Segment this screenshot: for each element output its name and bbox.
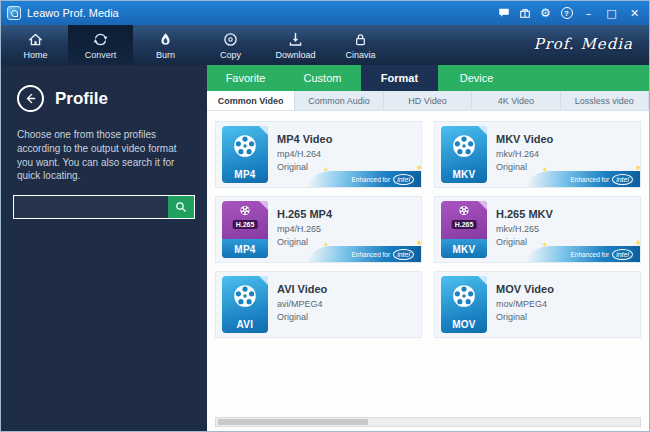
sparkle-icon: ✦ (634, 164, 641, 173)
download-icon (287, 31, 304, 48)
file-icon-label: MKV (441, 169, 487, 180)
codec-label: H.265 (452, 220, 477, 229)
toolbar-item-convert[interactable]: Convert (68, 25, 133, 65)
sparkle-icon: ✦ (634, 239, 641, 248)
feedback-icon[interactable] (494, 4, 513, 22)
profile-card-mp4[interactable]: MP4 MP4 Video mp4/H.264 Original ✦ ✦ Enh… (215, 121, 422, 188)
profile-card-h265-mkv[interactable]: H.265 MKV H.265 MKV mkv/H.265 Original ✦… (434, 196, 641, 263)
burn-flame-icon (157, 31, 174, 48)
tab-format[interactable]: Format (361, 65, 438, 91)
profile-info: MOV Video mov/MPEG4 Original (487, 276, 554, 333)
intel-logo: intel (612, 174, 633, 185)
video-file-icon: AVI (222, 276, 268, 333)
profile-card-avi[interactable]: AVI AVI Video avi/MPEG4 Original (215, 271, 422, 338)
film-reel-icon (459, 205, 470, 216)
intel-enhanced-badge: ✦ ✦ Enhanced for intel (309, 171, 421, 187)
toolbar-item-burn[interactable]: Burn (133, 25, 198, 65)
subtab-hd-video[interactable]: HD Video (384, 91, 472, 110)
intel-logo: intel (612, 249, 633, 260)
profile-title: H.265 MP4 (277, 208, 332, 220)
sparkle-icon: ✦ (542, 242, 548, 249)
file-icon-label: MKV (441, 244, 487, 255)
toolbar-item-home[interactable]: Home (3, 25, 68, 65)
toolbar-item-copy[interactable]: Copy (198, 25, 263, 65)
subtab-4k-video[interactable]: 4K Video (472, 91, 560, 110)
sparkle-icon: ✦ (415, 239, 422, 248)
profile-quality: Original (496, 312, 554, 322)
toolbar-item-label: Download (275, 50, 315, 60)
toolbar-item-cinavia[interactable]: Cinavia (328, 25, 393, 65)
help-icon[interactable]: ? (557, 4, 576, 22)
maximize-button[interactable]: □ (601, 4, 622, 22)
search-button[interactable] (168, 196, 194, 218)
cinavia-lock-icon (352, 31, 369, 48)
intel-badge-text: Enhanced for (351, 176, 390, 183)
profile-sidebar: Profile Choose one from those profiles a… (1, 65, 207, 431)
content-area: Profile Choose one from those profiles a… (1, 65, 649, 431)
search-input[interactable] (14, 196, 168, 218)
video-file-icon: MOV (441, 276, 487, 333)
file-icon-label: MP4 (222, 244, 268, 255)
intel-enhanced-badge: ✦ ✦ Enhanced for intel (528, 246, 640, 262)
intel-logo: intel (393, 174, 414, 185)
back-button[interactable] (17, 85, 44, 112)
window-title: Leawo Prof. Media (27, 7, 119, 19)
intel-enhanced-badge: ✦ ✦ Enhanced for intel (528, 171, 640, 187)
film-reel-icon (451, 133, 477, 159)
minimize-button[interactable]: – (578, 4, 599, 22)
profile-format: mkv/H.264 (496, 149, 553, 159)
profile-panel: Favorite Custom Format Device Common Vid… (207, 65, 649, 431)
copy-disc-icon (222, 31, 239, 48)
gift-icon[interactable] (515, 4, 534, 22)
film-reel-icon (240, 205, 251, 216)
profile-title: H.265 MKV (496, 208, 553, 220)
profile-card-h265-mp4[interactable]: H.265 MP4 H.265 MP4 mp4/H.265 Original ✦… (215, 196, 422, 263)
profile-description: Choose one from those profiles according… (17, 128, 189, 183)
profile-title: AVI Video (277, 283, 327, 295)
titlebar: Leawo Prof. Media ⚙ ? – □ ✕ (1, 1, 649, 25)
sparkle-icon: ✦ (323, 242, 329, 249)
subtab-common-audio[interactable]: Common Audio (295, 91, 383, 110)
convert-sync-icon (92, 31, 109, 48)
profile-title: MP4 Video (277, 133, 332, 145)
profile-search (13, 195, 195, 219)
category-tabbar: Favorite Custom Format Device (207, 65, 649, 91)
toolbar-item-label: Burn (156, 50, 175, 60)
tab-device[interactable]: Device (438, 65, 515, 91)
codec-label: H.265 (233, 220, 258, 229)
tab-favorite[interactable]: Favorite (207, 65, 284, 91)
intel-badge-text: Enhanced for (570, 251, 609, 258)
profile-format: mp4/H.265 (277, 224, 332, 234)
profile-title: MKV Video (496, 133, 553, 145)
app-logo-icon (7, 6, 21, 20)
app-window: Leawo Prof. Media ⚙ ? – □ ✕ Home (0, 0, 650, 432)
subtab-lossless-video[interactable]: Lossless video (561, 91, 649, 110)
toolbar-item-download[interactable]: Download (263, 25, 328, 65)
settings-gear-icon[interactable]: ⚙ (536, 4, 555, 22)
film-reel-icon (451, 283, 477, 309)
subtab-common-video[interactable]: Common Video (207, 91, 295, 110)
toolbar-item-label: Copy (220, 50, 241, 60)
back-arrow-icon (23, 91, 38, 106)
profile-format: avi/MPEG4 (277, 299, 327, 309)
close-button[interactable]: ✕ (624, 4, 645, 22)
scrollbar-thumb[interactable] (218, 419, 368, 425)
sparkle-icon: ✦ (323, 167, 329, 174)
tab-custom[interactable]: Custom (284, 65, 361, 91)
horizontal-scrollbar[interactable] (215, 417, 641, 427)
profile-format: mkv/H.265 (496, 224, 553, 234)
toolbar-item-label: Cinavia (345, 50, 375, 60)
profile-card-mkv[interactable]: MKV MKV Video mkv/H.264 Original ✦ ✦ Enh… (434, 121, 641, 188)
profile-format: mp4/H.264 (277, 149, 332, 159)
intel-badge-text: Enhanced for (570, 176, 609, 183)
file-icon-label: MOV (441, 319, 487, 330)
search-icon (174, 200, 188, 214)
page-title: Profile (55, 89, 108, 109)
video-file-icon: MKV (441, 126, 487, 183)
profile-grid: MP4 MP4 Video mp4/H.264 Original ✦ ✦ Enh… (207, 111, 649, 413)
profile-card-mov[interactable]: MOV MOV Video mov/MPEG4 Original (434, 271, 641, 338)
video-file-icon: H.265 MKV (441, 201, 487, 258)
format-subtabbar: Common Video Common Audio HD Video 4K Vi… (207, 91, 649, 111)
film-reel-icon (232, 133, 258, 159)
intel-badge-text: Enhanced for (351, 251, 390, 258)
